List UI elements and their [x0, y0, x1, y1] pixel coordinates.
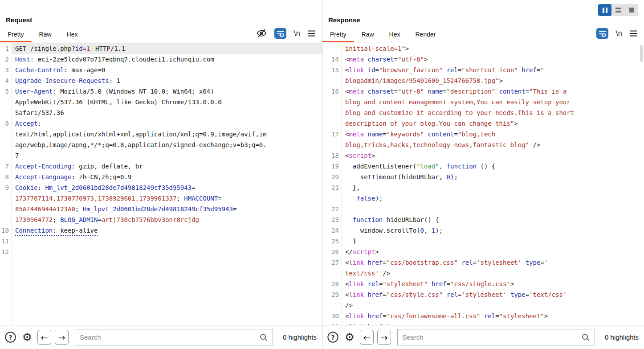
- request-editor[interactable]: 1GET /single.php?id=1 HTTP/1.12Host: eci…: [0, 42, 322, 325]
- code-row[interactable]: 10Connection: keep-alive: [0, 225, 322, 236]
- show-newlines-icon[interactable]: \n: [615, 29, 622, 37]
- code-row[interactable]: blog and customize it according to your …: [322, 107, 644, 118]
- response-scrollbar[interactable]: [640, 45, 643, 62]
- code-row[interactable]: 85A7446944A123A0; Hm_lpvt_2d0601bd28de7d…: [0, 204, 322, 214]
- line-number: 22: [322, 204, 342, 214]
- text-caret: [91, 45, 91, 52]
- code-row[interactable]: blog,tricks,hacks,technology news,fantas…: [322, 140, 644, 150]
- line-number: [322, 140, 342, 150]
- response-menu-icon[interactable]: [629, 30, 638, 37]
- search-prev-button[interactable]: ←: [360, 330, 374, 345]
- code-row[interactable]: 17<meta name="keywords" content="blog,te…: [322, 129, 644, 140]
- line-number: [322, 193, 342, 204]
- code-row[interactable]: 26</script>: [322, 246, 644, 257]
- code-row[interactable]: 2Host: eci-2ze5lcdv07o717eqbnq7.cloudeci…: [0, 54, 322, 65]
- request-menu-icon[interactable]: [307, 30, 316, 37]
- code-row[interactable]: 30<link href="css/fontawesome-all.css" r…: [322, 311, 644, 321]
- tab-response-pretty[interactable]: Pretty: [322, 27, 354, 42]
- line-number: 26: [322, 246, 342, 257]
- message-editor: Request Pretty Raw Hex: [0, 0, 644, 349]
- hide-nonprintable-icon[interactable]: [256, 28, 267, 39]
- response-tab-row: Pretty Raw Hex Render \n: [322, 27, 644, 42]
- code-row[interactable]: 24 window.scrollTo(0, 1);: [322, 225, 644, 236]
- line-number: [0, 150, 12, 161]
- svg-text:?: ?: [331, 334, 334, 341]
- code-row[interactable]: 21 },: [322, 182, 644, 193]
- code-row[interactable]: 22: [322, 204, 644, 214]
- code-row[interactable]: 1737767114,1738770973,1738929601,1739961…: [0, 193, 322, 204]
- line-number: 10: [0, 225, 12, 236]
- line-number: 12: [0, 246, 12, 257]
- show-newlines-icon[interactable]: \n: [293, 29, 300, 37]
- response-search-box: [397, 329, 595, 345]
- word-wrap-icon[interactable]: [596, 28, 608, 39]
- line-number: [0, 214, 12, 225]
- line-number: 5: [0, 86, 12, 97]
- code-row[interactable]: 27<link href="css/bootstrap.css" rel='st…: [322, 257, 644, 268]
- code-row[interactable]: />: [322, 300, 644, 311]
- code-row[interactable]: 9Cookie: Hm_lvt_2d0601bd28de7d49818249cf…: [0, 182, 322, 193]
- response-footer: ? ⚙ ← → 0 highlights: [322, 325, 644, 349]
- tab-request-pretty[interactable]: Pretty: [0, 27, 32, 42]
- code-row[interactable]: 14<meta charset="utf-8">: [322, 54, 644, 65]
- tab-request-hex[interactable]: Hex: [59, 27, 86, 42]
- code-row[interactable]: 29<link href="css/style.css" rel='styles…: [322, 289, 644, 300]
- code-row[interactable]: text/html,application/xhtml+xml,applicat…: [0, 129, 322, 140]
- code-row[interactable]: 23 function hideURLbar() {: [322, 214, 644, 225]
- code-row[interactable]: 19 addEventListener("load", function () …: [322, 161, 644, 172]
- settings-gear-icon[interactable]: ⚙: [343, 330, 356, 345]
- code-row[interactable]: 16<meta charset="utf-8" name="descriptio…: [322, 86, 644, 97]
- code-row[interactable]: 7: [0, 150, 322, 161]
- line-number: [322, 97, 342, 107]
- settings-gear-icon[interactable]: ⚙: [20, 330, 34, 345]
- code-row[interactable]: 12: [0, 246, 322, 257]
- request-panel: Request Pretty Raw Hex: [0, 0, 322, 349]
- code-row[interactable]: false);: [322, 193, 644, 204]
- code-row[interactable]: 5User-Agent: Mozilla/5.0 (Windows NT 10.…: [0, 86, 322, 97]
- line-number: 4: [0, 75, 12, 86]
- code-row[interactable]: 8Accept-Language: zh-CN,zh;q=0.9: [0, 172, 322, 182]
- code-row[interactable]: age/webp,image/apng,*/*;q=0.8,applicatio…: [0, 140, 322, 150]
- request-search-input[interactable]: [80, 333, 259, 341]
- line-number: 25: [322, 236, 342, 246]
- code-row[interactable]: initial-scale=1">: [322, 43, 644, 54]
- code-row[interactable]: 3Cache-Control: max-age=0: [0, 65, 322, 75]
- tab-request-raw[interactable]: Raw: [32, 27, 59, 42]
- code-row[interactable]: Safari/537.36: [0, 107, 322, 118]
- line-number: 20: [322, 172, 342, 182]
- response-editor[interactable]: initial-scale=1">14<meta charset="utf-8"…: [322, 42, 644, 325]
- line-number: 29: [322, 289, 342, 300]
- search-next-button[interactable]: →: [377, 330, 391, 345]
- code-row[interactable]: blog and content management system,You c…: [322, 97, 644, 107]
- word-wrap-icon[interactable]: [274, 28, 286, 39]
- search-prev-button[interactable]: ←: [37, 330, 51, 345]
- response-search-input[interactable]: [402, 333, 581, 341]
- tab-response-render[interactable]: Render: [408, 27, 444, 42]
- code-row[interactable]: 18<script>: [322, 150, 644, 161]
- code-row[interactable]: 11: [0, 236, 322, 246]
- code-row[interactable]: text/css' />: [322, 268, 644, 279]
- line-number: 15: [322, 65, 342, 75]
- code-row[interactable]: AppleWebKit/537.36 (KHTML, like Gecko) C…: [0, 97, 322, 107]
- line-number: [322, 75, 342, 86]
- tab-response-raw[interactable]: Raw: [354, 27, 382, 42]
- tab-response-hex[interactable]: Hex: [382, 27, 408, 42]
- code-row[interactable]: 25 }: [322, 236, 644, 246]
- code-row[interactable]: 1739964772; BLOG_ADMIN=artj730cb7576bbv3…: [0, 214, 322, 225]
- code-row[interactable]: 7Accept-Encoding: gzip, deflate, br: [0, 161, 322, 172]
- code-row[interactable]: 15<link id="browser_favicon" rel="shortc…: [322, 65, 644, 75]
- search-next-button[interactable]: →: [55, 330, 69, 345]
- code-row[interactable]: 28<link rel="stylesheet" href="css/singl…: [322, 279, 644, 289]
- line-number: 18: [322, 150, 342, 161]
- request-header: Request Pretty Raw Hex: [0, 0, 322, 42]
- request-title: Request: [6, 16, 32, 24]
- help-icon[interactable]: ?: [4, 330, 17, 345]
- code-row[interactable]: 1GET /single.php?id=1 HTTP/1.1: [0, 43, 322, 54]
- help-icon[interactable]: ?: [326, 330, 339, 345]
- code-row[interactable]: description of your blog.You can change …: [322, 118, 644, 129]
- code-row[interactable]: 4Upgrade-Insecure-Requests: 1: [0, 75, 322, 86]
- code-row[interactable]: 31<link href=": [322, 321, 644, 325]
- code-row[interactable]: 6Accept:: [0, 118, 322, 129]
- code-row[interactable]: 20 setTimeout(hideURLbar, 0);: [322, 172, 644, 182]
- code-row[interactable]: blogadmin/images/95401600_1524766758.jpg…: [322, 75, 644, 86]
